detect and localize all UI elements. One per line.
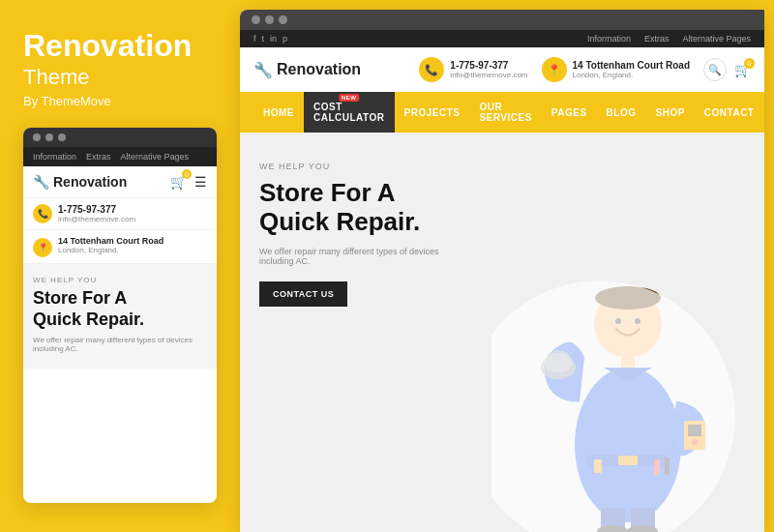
hero-we-help: WE HELP YOU (259, 162, 472, 171)
desktop-nav-top: f t in p Information Extras Alternative … (240, 30, 764, 47)
mobile-top-bar (23, 128, 217, 147)
nav-projects[interactable]: PROJECTS (395, 98, 470, 128)
nav-top-information[interactable]: Information (587, 34, 631, 44)
nav-our-services[interactable]: OUR SERVICES (469, 92, 541, 133)
mobile-nav-bar: Information Extras Alternative Pages (23, 147, 217, 166)
search-icon[interactable]: 🔍 (703, 58, 727, 81)
nav-contact[interactable]: CONTACT (695, 98, 764, 128)
nav-shop[interactable]: SHOP (645, 98, 694, 128)
mobile-email: info@thememove.com (58, 215, 135, 223)
desktop-address2: London, England. (573, 71, 690, 79)
desktop-social: f t in p (253, 34, 287, 44)
desktop-logo-text: Renovation (277, 61, 361, 78)
mobile-address-row: 📍 14 Tottenham Court Road London, Englan… (23, 230, 217, 264)
nav-top-alternative[interactable]: Alternative Pages (682, 34, 751, 44)
nav-top-extras[interactable]: Extras (644, 34, 670, 44)
pinterest-icon[interactable]: p (283, 34, 287, 44)
twitter-icon[interactable]: t (262, 34, 265, 44)
mobile-sub: We offer repair many different types of … (33, 336, 207, 353)
hero-headline: Store For A Quick Repair. (259, 179, 472, 237)
mobile-we-help: WE HELP YOU (33, 276, 207, 284)
instagram-icon[interactable]: in (270, 34, 277, 44)
desktop-dot-3 (279, 15, 287, 24)
mobile-cart[interactable]: 🛒 0 (170, 174, 187, 190)
desktop-header-icons: 🔍 🛒 0 (703, 58, 751, 81)
desktop-phone-icon: 📞 (419, 57, 444, 82)
desktop-wrench-icon: 🔧 (253, 61, 273, 79)
desktop-address-item: 📍 14 Tottenham Court Road London, Englan… (542, 57, 690, 82)
desktop-mockup: f t in p Information Extras Alternative … (240, 10, 764, 532)
brand-subtitle: Theme (23, 65, 217, 90)
desktop-dot-1 (252, 15, 260, 24)
nav-pages[interactable]: PAGES (542, 98, 597, 128)
desktop-email: info@thememove.com (450, 71, 527, 79)
mobile-header: 🔧 Renovation 🛒 0 ☰ (23, 166, 217, 198)
nav-cost-calculator[interactable]: NEW COST CALCULATOR (304, 92, 395, 133)
mobile-phone-icon: 📞 (33, 204, 52, 223)
facebook-icon[interactable]: f (253, 34, 256, 44)
mobile-logo-text: Renovation (53, 174, 127, 190)
headline-line2: Quick Repair. (259, 207, 420, 236)
hero-image-area (491, 133, 764, 532)
mobile-hero: WE HELP YOU Store For A Quick Repair. We… (23, 264, 217, 369)
mobile-headline-line2: Quick Repair. (33, 310, 144, 329)
desktop-dot-2 (265, 15, 274, 24)
mobile-phone: 1-775-97-377 (58, 204, 135, 215)
desktop-location-icon: 📍 (542, 57, 567, 82)
desktop-hero: WE HELP YOU Store For A Quick Repair. We… (240, 133, 764, 532)
mobile-logo: 🔧 Renovation (33, 174, 127, 190)
mobile-headline-line1: Store For A (33, 288, 127, 308)
mobile-headline: Store For A Quick Repair. (33, 288, 207, 330)
brand-name: Renovation (23, 29, 217, 63)
desktop-address-text: 14 Tottenham Court Road London, England. (573, 60, 690, 79)
desktop-phone-text: 1-775-97-377 info@thememove.com (450, 60, 527, 79)
desktop-top-bar (240, 10, 764, 30)
nav-new-badge: NEW (339, 94, 360, 102)
mobile-mockup: Information Extras Alternative Pages 🔧 R… (23, 128, 217, 503)
mobile-contact-row: 📞 1-775-97-377 info@thememove.com (23, 198, 217, 230)
mobile-nav-alternative[interactable]: Alternative Pages (121, 152, 190, 162)
mobile-nav-information[interactable]: Information (33, 152, 76, 162)
mobile-dot-2 (45, 133, 53, 141)
left-panel: Renovation Theme By ThemeMove Informatio… (0, 0, 240, 532)
hero-content: WE HELP YOU Store For A Quick Repair. We… (240, 133, 491, 532)
mobile-address1: 14 Tottenham Court Road (58, 236, 164, 246)
mobile-nav-extras[interactable]: Extras (86, 152, 111, 162)
contact-us-button[interactable]: Contact Us (259, 281, 347, 307)
mobile-address-text: 14 Tottenham Court Road London, England. (58, 236, 164, 254)
desktop-address1: 14 Tottenham Court Road (573, 60, 690, 71)
mobile-address2: London, England. (58, 246, 164, 254)
mobile-dot-3 (58, 133, 66, 141)
desktop-header: 🔧 Renovation 📞 1-775-97-377 info@thememo… (240, 47, 764, 92)
mobile-location-icon: 📍 (33, 238, 52, 257)
mobile-header-icons: 🛒 0 ☰ (170, 174, 207, 190)
brand-section: Renovation Theme By ThemeMove (23, 29, 217, 108)
brand-by: By ThemeMove (23, 94, 217, 108)
desktop-logo: 🔧 Renovation (253, 61, 361, 79)
desktop-phone: 1-775-97-377 (450, 60, 527, 71)
mobile-cart-badge: 0 (182, 169, 192, 179)
mobile-menu-icon[interactable]: ☰ (194, 174, 207, 190)
desktop-cart-badge: 0 (744, 58, 755, 69)
desktop-nav: HOME NEW COST CALCULATOR PROJECTS OUR SE… (240, 92, 764, 133)
nav-cost-label: COST CALCULATOR (313, 102, 385, 123)
headline-line1: Store For A (259, 178, 396, 207)
nav-home[interactable]: HOME (253, 98, 304, 128)
mobile-contact-text: 1-775-97-377 info@thememove.com (58, 204, 135, 223)
desktop-contact-info: 📞 1-775-97-377 info@thememove.com 📍 14 T… (419, 57, 690, 82)
nav-blog[interactable]: BLOG (597, 98, 646, 128)
hero-sub: We offer repair many different types of … (259, 247, 472, 266)
wrench-icon: 🔧 (33, 174, 49, 190)
mobile-dot-1 (33, 133, 41, 141)
desktop-cart[interactable]: 🛒 0 (734, 62, 751, 77)
desktop-phone-item: 📞 1-775-97-377 info@thememove.com (419, 57, 527, 82)
